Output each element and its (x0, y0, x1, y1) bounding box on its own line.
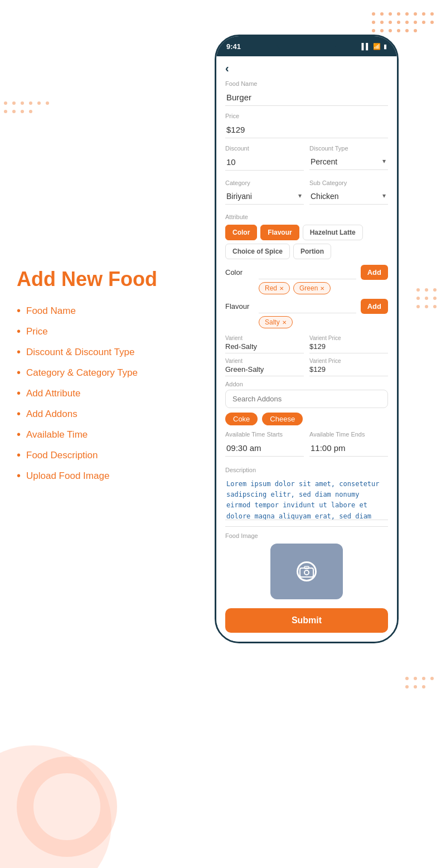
svg-point-35 (416, 297, 420, 300)
discount-type-select[interactable]: Percent Flat (309, 154, 388, 170)
color-tag-green: Green ✕ (293, 282, 331, 294)
list-item-category: Category & Category Type (17, 366, 206, 379)
food-image-upload-box[interactable] (270, 544, 343, 599)
addon-label: Addon (225, 381, 388, 387)
color-row-label: Color (225, 268, 254, 277)
variant1-price-value: $129 (309, 342, 388, 353)
wifi-icon: 📶 (373, 43, 381, 50)
category-select-wrapper: Biriyani Pizza Burger (225, 188, 304, 205)
sub-category-select-wrapper: Chicken Veg Beef (309, 188, 388, 205)
svg-point-25 (29, 101, 32, 105)
time-ends-label: Available Time Ends (309, 431, 388, 438)
flavour-tags: Salty ✕ (225, 316, 388, 328)
list-item-discount: Discount & Discount Type (17, 346, 206, 358)
attr-tab-hazelnut[interactable]: Hazelnut Latte (303, 225, 363, 240)
color-add-button[interactable]: Add (361, 265, 388, 280)
flavour-input[interactable] (259, 300, 356, 313)
discount-type-label: Discount Type (309, 145, 388, 152)
sub-category-select[interactable]: Chicken Veg Beef (309, 188, 388, 205)
food-name-label: Food Name (225, 80, 388, 87)
variant1-label: Varient (225, 335, 304, 341)
variant2-price-label: Varient Price (309, 358, 388, 364)
list-item-description: Food Description (17, 449, 206, 462)
list-item-addons: Add Addons (17, 408, 206, 420)
svg-point-3 (397, 12, 400, 16)
flavour-attribute-row: Flavour Add (225, 299, 388, 314)
svg-point-32 (416, 288, 420, 292)
svg-point-47 (422, 685, 425, 688)
category-label: Category (225, 180, 304, 186)
svg-point-18 (389, 29, 392, 32)
svg-point-45 (405, 685, 409, 688)
color-tags: Red ✕ Green ✕ (225, 282, 388, 294)
addon-tag-cheese: Cheese (262, 413, 303, 425)
addon-tag-coke: Coke (225, 413, 258, 425)
svg-point-9 (380, 21, 384, 24)
category-row: Category Biriyani Pizza Burger Sub Categ… (225, 180, 388, 205)
dots-right-mid (413, 284, 446, 318)
svg-point-49 (304, 570, 309, 575)
feature-list: Food Name Price Discount & Discount Type… (17, 304, 206, 482)
phone-content: ‹ Food Name Price Discount Discount Type (216, 56, 397, 642)
submit-button[interactable]: Submit (225, 608, 388, 633)
color-attribute-row: Color Add (225, 265, 388, 280)
panel-heading: Add New Food (17, 268, 206, 291)
dots-bottom-right (401, 673, 446, 701)
attribute-tabs: Color Flavour Hazelnut Latte Choice of S… (225, 225, 388, 259)
variant2-label: Varient (225, 358, 304, 364)
phone-mockup: 9:41 ▌▌ 📶 ▮ ‹ Food Name Price Di (215, 35, 399, 643)
discount-row: Discount Discount Type Percent Flat (225, 145, 388, 171)
svg-point-44 (430, 677, 434, 680)
list-item-food-name: Food Name (17, 304, 206, 317)
green-remove-icon[interactable]: ✕ (320, 285, 324, 292)
price-input[interactable] (225, 122, 388, 138)
variant1-value: Red-Salty (225, 342, 304, 353)
price-label: Price (225, 113, 388, 119)
variant2-value: Green-Salty (225, 365, 304, 376)
svg-point-6 (422, 12, 425, 16)
svg-point-4 (405, 12, 409, 16)
svg-point-14 (422, 21, 425, 24)
clock: 9:41 (226, 42, 241, 51)
left-panel: Add New Food Food Name Price Discount & … (17, 268, 206, 490)
red-remove-icon[interactable]: ✕ (279, 285, 284, 292)
svg-point-20 (405, 29, 409, 32)
svg-point-15 (430, 21, 434, 24)
status-icons: ▌▌ 📶 ▮ (361, 43, 387, 50)
svg-point-23 (12, 101, 16, 105)
attribute-label: Attribute (225, 214, 388, 220)
attr-tab-flavour[interactable]: Flavour (260, 225, 299, 240)
attr-tab-choice[interactable]: Choice of Spice (225, 244, 290, 259)
category-select[interactable]: Biriyani Pizza Burger (225, 188, 304, 205)
svg-point-36 (425, 297, 428, 300)
svg-point-46 (414, 685, 417, 688)
svg-point-29 (12, 110, 16, 113)
discount-input[interactable] (225, 154, 304, 171)
discount-type-select-wrapper: Percent Flat (309, 154, 388, 170)
flavour-add-button[interactable]: Add (361, 299, 388, 314)
search-addons-input[interactable] (225, 390, 388, 408)
decorative-circle-ring (17, 757, 117, 857)
svg-point-34 (433, 288, 437, 292)
time-row: Available Time Starts Available Time End… (225, 431, 388, 457)
back-chevron-icon[interactable]: ‹ (225, 62, 229, 75)
time-starts-input[interactable] (225, 440, 304, 457)
discount-label: Discount (225, 145, 304, 152)
attr-tab-color[interactable]: Color (225, 225, 257, 240)
variant1-price-label: Varient Price (309, 335, 388, 341)
attr-tab-portion[interactable]: Portion (293, 244, 331, 259)
food-image-label: Food Image (225, 532, 388, 539)
camera-icon (297, 561, 317, 581)
description-textarea[interactable]: Lorem ipsum dolor sit amet, consetetur s… (225, 476, 388, 520)
time-ends-input[interactable] (309, 440, 388, 457)
color-input[interactable] (259, 266, 356, 279)
list-item-price: Price (17, 325, 206, 338)
color-tag-red: Red ✕ (259, 282, 290, 294)
svg-point-22 (4, 101, 7, 105)
salty-remove-icon[interactable]: ✕ (282, 319, 287, 326)
svg-point-41 (405, 677, 409, 680)
food-name-input[interactable] (225, 89, 388, 106)
back-button[interactable]: ‹ (225, 62, 388, 75)
svg-point-10 (389, 21, 392, 24)
svg-point-7 (430, 12, 434, 16)
